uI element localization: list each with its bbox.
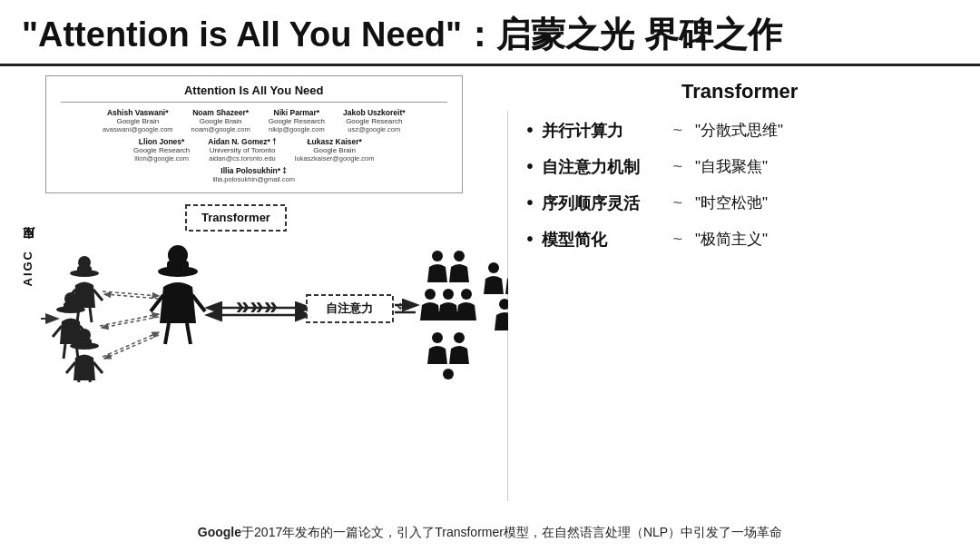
svg-line-22 xyxy=(90,380,92,382)
bullet-2: • xyxy=(526,192,533,213)
feature-item-1: • 自注意力机制 ~ "自我聚焦" xyxy=(526,156,953,178)
feature-desc-2: "时空松弛" xyxy=(695,192,768,213)
svg-point-47 xyxy=(432,251,443,261)
paper-title: Attention Is All You Need xyxy=(61,84,447,103)
header: "Attention is All You Need"：启蒙之光 界碑之作 xyxy=(0,0,980,66)
bullet-0: • xyxy=(526,120,533,141)
svg-line-19 xyxy=(66,362,75,373)
svg-text:Transformer: Transformer xyxy=(201,211,270,224)
author-polosukhin: Illia Polosukhin* ‡ illia.polosukhin@gma… xyxy=(212,166,295,183)
svg-point-51 xyxy=(461,289,472,300)
feature-desc-1: "自我聚焦" xyxy=(695,156,768,177)
authors-grid: Ashish Vaswani* Google Brain avaswani@go… xyxy=(61,108,447,183)
svg-line-29 xyxy=(187,323,191,344)
tilde-0: ~ xyxy=(672,121,682,140)
feature-desc-0: "分散式思维" xyxy=(695,120,783,141)
svg-line-6 xyxy=(93,290,103,301)
svg-point-25 xyxy=(168,245,188,265)
feature-list: • 并行计算力 ~ "分散式思维" • 自注意力机制 ~ "自我聚焦" • 序列… xyxy=(526,120,953,251)
footer-bold: Google xyxy=(198,525,241,539)
svg-line-28 xyxy=(165,323,169,344)
svg-point-57 xyxy=(443,369,454,380)
paper-box: Attention Is All You Need Ashish Vaswani… xyxy=(45,75,463,193)
feature-item-3: • 模型简化 ~ "极简主义" xyxy=(526,229,953,251)
author-parmar: Niki Parmar* Google Research nikip@googl… xyxy=(269,108,325,133)
right-title: Transformer xyxy=(526,80,953,104)
author-kaiser: Łukasz Kaiser* Google Brain lukaszkaiser… xyxy=(295,137,375,163)
svg-line-31 xyxy=(100,314,159,326)
feature-desc-3: "极简主义" xyxy=(695,229,768,250)
svg-point-50 xyxy=(443,289,454,300)
svg-line-35 xyxy=(104,335,159,359)
feature-name-1: 自注意力机制 xyxy=(542,156,660,178)
svg-point-55 xyxy=(432,332,443,343)
author-gomez: Aidan N. Gomez* † University of Toronto … xyxy=(208,137,277,163)
author-uszkoreit: Jakob Uszkoreit* Google Research usz@goo… xyxy=(343,108,406,133)
authors-row-3: Illia Polosukhin* ‡ illia.polosukhin@gma… xyxy=(61,166,447,183)
page-title: "Attention is All You Need"：启蒙之光 界碑之作 xyxy=(22,16,958,54)
svg-line-20 xyxy=(93,362,103,373)
right-panel: Transformer • 并行计算力 ~ "分散式思维" • 自注意力机制 ~… xyxy=(508,66,980,546)
footer-text: 于2017年发布的一篇论文，引入了Transformer模型，在自然语言处理（N… xyxy=(241,525,782,539)
tilde-3: ~ xyxy=(672,230,682,249)
bullet-1: • xyxy=(526,156,533,177)
svg-point-52 xyxy=(488,262,499,273)
bullet-3: • xyxy=(526,229,533,250)
svg-line-14 xyxy=(64,344,65,359)
svg-point-49 xyxy=(425,289,436,300)
diagram-svg: Transformer xyxy=(18,201,508,382)
svg-line-12 xyxy=(53,326,62,337)
feature-item-0: • 并行计算力 ~ "分散式思维" xyxy=(526,120,953,142)
svg-text:自注意力: 自注意力 xyxy=(326,301,373,315)
author-jones: Llion Jones* Google Research llion@googl… xyxy=(133,137,190,163)
svg-point-48 xyxy=(454,251,465,261)
tilde-2: ~ xyxy=(672,193,682,212)
svg-point-54 xyxy=(499,299,508,310)
authors-row-2: Llion Jones* Google Research llion@googl… xyxy=(61,137,447,163)
svg-line-32 xyxy=(103,332,159,357)
author-shazeer: Noam Shazeer* Google Brain noam@google.c… xyxy=(191,108,250,133)
left-panel: Attention Is All You Need Ashish Vaswani… xyxy=(0,66,507,546)
svg-line-33 xyxy=(104,294,159,299)
svg-line-21 xyxy=(77,380,79,382)
feature-name-2: 序列顺序灵活 xyxy=(542,192,660,214)
svg-point-56 xyxy=(454,332,465,343)
diagram-area: AIGC应用 Transformer xyxy=(18,201,489,382)
svg-line-34 xyxy=(102,317,159,328)
svg-point-4 xyxy=(78,256,91,269)
svg-text:⇔: ⇔ xyxy=(397,297,410,315)
feature-item-2: • 序列顺序灵活 ~ "时空松弛" xyxy=(526,192,953,214)
feature-name-0: 并行计算力 xyxy=(542,120,660,142)
feature-name-3: 模型简化 xyxy=(542,229,660,251)
tilde-1: ~ xyxy=(672,157,682,176)
svg-line-8 xyxy=(90,308,92,322)
svg-point-18 xyxy=(78,329,91,341)
footer: Google于2017年发布的一篇论文，引入了Transformer模型，在自然… xyxy=(0,521,980,545)
svg-point-11 xyxy=(64,292,77,305)
author-vaswani: Ashish Vaswani* Google Brain avaswani@go… xyxy=(103,108,173,133)
authors-row-1: Ashish Vaswani* Google Brain avaswani@go… xyxy=(61,108,447,133)
